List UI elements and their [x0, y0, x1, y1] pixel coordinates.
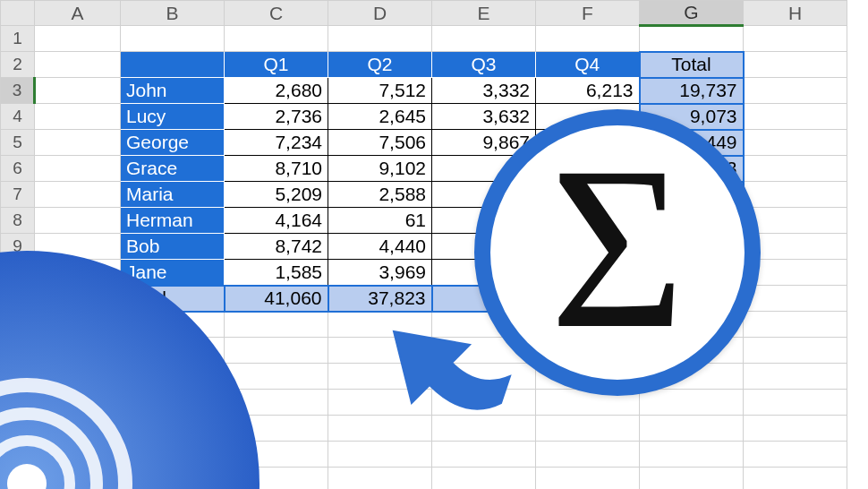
row-header-8[interactable]: 8 — [1, 208, 35, 234]
cell-H1[interactable] — [744, 26, 847, 52]
cell-E1[interactable] — [432, 26, 536, 52]
cell-A1[interactable] — [35, 26, 121, 52]
cell-F2[interactable]: Q4 — [536, 52, 640, 78]
col-header-D[interactable]: D — [328, 1, 432, 26]
cell-C3[interactable]: 2,680 — [225, 78, 328, 104]
cell-F3[interactable]: 6,213 — [536, 78, 640, 104]
cell-E4[interactable]: 3,632 — [432, 104, 536, 130]
cell-D4[interactable]: 2,645 — [328, 104, 432, 130]
cell-B11[interactable]: Total — [121, 286, 225, 312]
col-header-F[interactable]: F — [536, 1, 640, 26]
cell-C9[interactable]: 8,742 — [225, 234, 328, 260]
cell-B8[interactable]: Herman — [121, 208, 225, 234]
row-header-7[interactable]: 7 — [1, 182, 35, 208]
cell-G2[interactable]: Total — [640, 52, 744, 78]
cell-G3[interactable]: 19,737 — [640, 78, 744, 104]
cell-B6[interactable]: Grace — [121, 156, 225, 182]
cell-B2[interactable] — [121, 52, 225, 78]
select-all-corner[interactable] — [1, 1, 35, 26]
row-header-9[interactable]: 9 — [1, 234, 35, 260]
cell-A8[interactable] — [35, 208, 121, 234]
cell-A4[interactable] — [35, 104, 121, 130]
cell-C5[interactable]: 7,234 — [225, 130, 328, 156]
cell-G1[interactable] — [640, 26, 744, 52]
row-header-5[interactable]: 5 — [1, 130, 35, 156]
cell-H2[interactable] — [744, 52, 847, 78]
cell-C10[interactable]: 1,585 — [225, 260, 328, 286]
sigma-glyph: Σ — [549, 131, 685, 364]
row-header-18[interactable]: 18 — [1, 468, 35, 490]
cell-D1[interactable] — [328, 26, 432, 52]
cell-C7[interactable]: 5,209 — [225, 182, 328, 208]
cell-A3[interactable] — [35, 78, 121, 104]
cell-A2[interactable] — [35, 52, 121, 78]
cell-A9[interactable] — [35, 234, 121, 260]
cell-H7[interactable] — [744, 182, 847, 208]
cell-C6[interactable]: 8,710 — [225, 156, 328, 182]
row-header-1[interactable]: 1 — [1, 26, 35, 52]
cell-C11[interactable]: 41,060 — [225, 286, 328, 312]
col-header-A[interactable]: A — [35, 1, 121, 26]
row-header-16[interactable]: 16 — [1, 416, 35, 442]
cell-A7[interactable] — [35, 182, 121, 208]
cell-H6[interactable] — [744, 156, 847, 182]
cell-D9[interactable]: 4,440 — [328, 234, 432, 260]
cell-D6[interactable]: 9,102 — [328, 156, 432, 182]
cell-H4[interactable] — [744, 104, 847, 130]
col-header-B[interactable]: B — [121, 1, 225, 26]
cell-H3[interactable] — [744, 78, 847, 104]
row-header-11[interactable]: 11 — [1, 286, 35, 312]
col-header-C[interactable]: C — [225, 1, 328, 26]
row-header-12[interactable]: 12 — [1, 312, 35, 338]
cell-C2[interactable]: Q1 — [225, 52, 328, 78]
cell-D8[interactable]: 61 — [328, 208, 432, 234]
row-header-4[interactable]: 4 — [1, 104, 35, 130]
col-header-H[interactable]: H — [744, 1, 847, 26]
cell-B9[interactable]: Bob — [121, 234, 225, 260]
cell-A11[interactable] — [35, 286, 121, 312]
col-header-E[interactable]: E — [432, 1, 536, 26]
cell-C4[interactable]: 2,736 — [225, 104, 328, 130]
cell-D5[interactable]: 7,506 — [328, 130, 432, 156]
cell-D7[interactable]: 2,588 — [328, 182, 432, 208]
cell-B1[interactable] — [121, 26, 225, 52]
cell-E2[interactable]: Q3 — [432, 52, 536, 78]
cell-B5[interactable]: George — [121, 130, 225, 156]
row-header-14[interactable]: 14 — [1, 364, 35, 390]
autosum-sigma-icon: Σ — [474, 109, 761, 396]
cell-A5[interactable] — [35, 130, 121, 156]
cell-B3[interactable]: John — [121, 78, 225, 104]
cell-B4[interactable]: Lucy — [121, 104, 225, 130]
col-header-G[interactable]: G — [640, 1, 744, 26]
row-header-3[interactable]: 3 — [1, 78, 35, 104]
cell-A10[interactable] — [35, 260, 121, 286]
cell-D11[interactable]: 37,823 — [328, 286, 432, 312]
cell-A6[interactable] — [35, 156, 121, 182]
cell-D2[interactable]: Q2 — [328, 52, 432, 78]
row-header-2[interactable]: 2 — [1, 52, 35, 78]
row-header-6[interactable]: 6 — [1, 156, 35, 182]
cell-D3[interactable]: 7,512 — [328, 78, 432, 104]
cell-D10[interactable]: 3,969 — [328, 260, 432, 286]
cell-C8[interactable]: 4,164 — [225, 208, 328, 234]
cell-B7[interactable]: Maria — [121, 182, 225, 208]
cell-F1[interactable] — [536, 26, 640, 52]
cell-B10[interactable]: Jane — [121, 260, 225, 286]
row-header-15[interactable]: 15 — [1, 390, 35, 416]
cell-C1[interactable] — [225, 26, 328, 52]
row-header-13[interactable]: 13 — [1, 338, 35, 364]
row-header-17[interactable]: 17 — [1, 442, 35, 468]
cell-E3[interactable]: 3,332 — [432, 78, 536, 104]
cell-H5[interactable] — [744, 130, 847, 156]
cell-H11[interactable] — [744, 286, 847, 312]
row-header-10[interactable]: 10 — [1, 260, 35, 286]
